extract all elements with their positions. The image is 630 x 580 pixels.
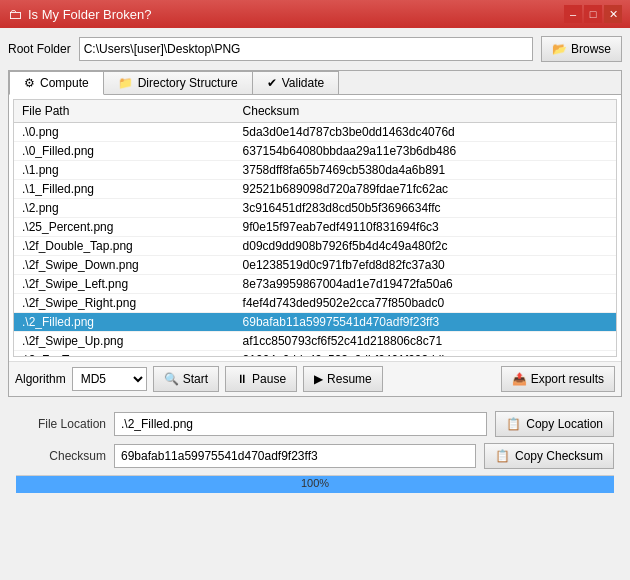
app-icon: 🗀 (8, 6, 22, 22)
table-row[interactable]: .\2_Filled.png 69bafab11a59975541d470adf… (14, 313, 616, 332)
file-table: File Path Checksum .\0.png 5da3d0e14d787… (14, 100, 616, 357)
cell-filepath: .\2f_Swipe_Up.png (14, 332, 235, 351)
col-checksum: Checksum (235, 100, 616, 123)
table-row[interactable]: .\1_Filled.png 92521b689098d720a789fdae7… (14, 180, 616, 199)
cell-checksum: 69bafab11a59975541d470adf9f23ff3 (235, 313, 616, 332)
file-location-row: File Location 📋 Copy Location (16, 411, 614, 437)
copy-location-icon: 📋 (506, 417, 521, 431)
resume-button[interactable]: ▶ Resume (303, 366, 383, 392)
cell-checksum: 21964a6ddc49c533a9dbf6461f693ddb (235, 351, 616, 358)
cell-filepath: .\0_Filled.png (14, 142, 235, 161)
file-location-label: File Location (16, 417, 106, 431)
file-table-container[interactable]: File Path Checksum .\0.png 5da3d0e14d787… (13, 99, 617, 357)
start-button[interactable]: 🔍 Start (153, 366, 219, 392)
cell-filepath: .\2f_Double_Tap.png (14, 237, 235, 256)
cell-filepath: .\2.png (14, 199, 235, 218)
tab-panel: ⚙ Compute 📁 Directory Structure ✔ Valida… (8, 70, 622, 397)
checksum-input[interactable] (114, 444, 476, 468)
info-section: File Location 📋 Copy Location Checksum 📋… (8, 405, 622, 475)
root-folder-row: Root Folder 📂 Browse (8, 36, 622, 62)
compute-icon: ⚙ (24, 76, 35, 90)
table-row[interactable]: .\0_Filled.png 637154b64080bbdaa29a11e73… (14, 142, 616, 161)
table-row[interactable]: .\2f_Swipe_Down.png 0e1238519d0c971fb7ef… (14, 256, 616, 275)
pause-button[interactable]: ⏸ Pause (225, 366, 297, 392)
title-bar: 🗀 Is My Folder Broken? – □ ✕ (0, 0, 630, 28)
copy-checksum-icon: 📋 (495, 449, 510, 463)
window-body: Root Folder 📂 Browse ⚙ Compute 📁 Directo… (0, 28, 630, 507)
progress-label: 100% (16, 477, 614, 489)
checksum-label: Checksum (16, 449, 106, 463)
table-row[interactable]: .\2.png 3c916451df283d8cd50b5f3696634ffc (14, 199, 616, 218)
table-row[interactable]: .\2f_Swipe_Left.png 8e73a9959867004ad1e7… (14, 275, 616, 294)
tab-bar: ⚙ Compute 📁 Directory Structure ✔ Valida… (9, 71, 621, 95)
col-filepath: File Path (14, 100, 235, 123)
root-folder-input[interactable] (79, 37, 533, 61)
cell-filepath: .\2_Fs_Tap.png (14, 351, 235, 358)
directory-icon: 📁 (118, 76, 133, 90)
algorithm-select[interactable]: MD5SHA1SHA256SHA512 (72, 367, 147, 391)
minimize-button[interactable]: – (564, 5, 582, 23)
cell-checksum: 9f0e15f97eab7edf49110f831694f6c3 (235, 218, 616, 237)
cell-checksum: 92521b689098d720a789fdae71fc62ac (235, 180, 616, 199)
cell-filepath: .\2_Filled.png (14, 313, 235, 332)
cell-filepath: .\2f_Swipe_Down.png (14, 256, 235, 275)
cell-checksum: f4ef4d743ded9502e2cca77f850badc0 (235, 294, 616, 313)
cell-filepath: .\25_Percent.png (14, 218, 235, 237)
cell-checksum: 3c916451df283d8cd50b5f3696634ffc (235, 199, 616, 218)
file-location-input[interactable] (114, 412, 487, 436)
app-title: Is My Folder Broken? (28, 7, 152, 22)
tab-validate[interactable]: ✔ Validate (252, 71, 339, 94)
close-button[interactable]: ✕ (604, 5, 622, 23)
cell-filepath: .\2f_Swipe_Left.png (14, 275, 235, 294)
table-row[interactable]: .\25_Percent.png 9f0e15f97eab7edf49110f8… (14, 218, 616, 237)
cell-checksum: 637154b64080bbdaa29a11e73b6db486 (235, 142, 616, 161)
table-row[interactable]: .\2f_Swipe_Right.png f4ef4d743ded9502e2c… (14, 294, 616, 313)
table-row[interactable]: .\2_Fs_Tap.png 21964a6ddc49c533a9dbf6461… (14, 351, 616, 358)
export-icon: 📤 (512, 372, 527, 386)
cell-filepath: .\1.png (14, 161, 235, 180)
browse-button[interactable]: 📂 Browse (541, 36, 622, 62)
cell-filepath: .\1_Filled.png (14, 180, 235, 199)
copy-location-button[interactable]: 📋 Copy Location (495, 411, 614, 437)
checksum-row: Checksum 📋 Copy Checksum (16, 443, 614, 469)
progress-bar-container: 100% (16, 475, 614, 493)
cell-filepath: .\0.png (14, 123, 235, 142)
cell-filepath: .\2f_Swipe_Right.png (14, 294, 235, 313)
window-controls: – □ ✕ (564, 5, 622, 23)
tab-compute[interactable]: ⚙ Compute (9, 71, 104, 95)
maximize-button[interactable]: □ (584, 5, 602, 23)
pause-icon: ⏸ (236, 372, 248, 386)
export-button[interactable]: 📤 Export results (501, 366, 615, 392)
cell-checksum: 5da3d0e14d787cb3be0dd1463dc4076d (235, 123, 616, 142)
cell-checksum: af1cc850793cf6f52c41d218806c8c71 (235, 332, 616, 351)
tab-directory[interactable]: 📁 Directory Structure (103, 71, 253, 94)
validate-icon: ✔ (267, 76, 277, 90)
table-row[interactable]: .\2f_Double_Tap.png d09cd9dd908b7926f5b4… (14, 237, 616, 256)
browse-icon: 📂 (552, 42, 567, 56)
resume-icon: ▶ (314, 372, 323, 386)
table-row[interactable]: .\1.png 3758dff8fa65b7469cb5380da4a6b891 (14, 161, 616, 180)
cell-checksum: 0e1238519d0c971fb7efd8d82fc37a30 (235, 256, 616, 275)
table-row[interactable]: .\2f_Swipe_Up.png af1cc850793cf6f52c41d2… (14, 332, 616, 351)
start-icon: 🔍 (164, 372, 179, 386)
root-folder-label: Root Folder (8, 42, 71, 56)
table-row[interactable]: .\0.png 5da3d0e14d787cb3be0dd1463dc4076d (14, 123, 616, 142)
cell-checksum: 8e73a9959867004ad1e7d19472fa50a6 (235, 275, 616, 294)
copy-checksum-button[interactable]: 📋 Copy Checksum (484, 443, 614, 469)
cell-checksum: d09cd9dd908b7926f5b4d4c49a480f2c (235, 237, 616, 256)
cell-checksum: 3758dff8fa65b7469cb5380da4a6b891 (235, 161, 616, 180)
bottom-toolbar: Algorithm MD5SHA1SHA256SHA512 🔍 Start ⏸ … (9, 361, 621, 396)
algo-label: Algorithm (15, 372, 66, 386)
